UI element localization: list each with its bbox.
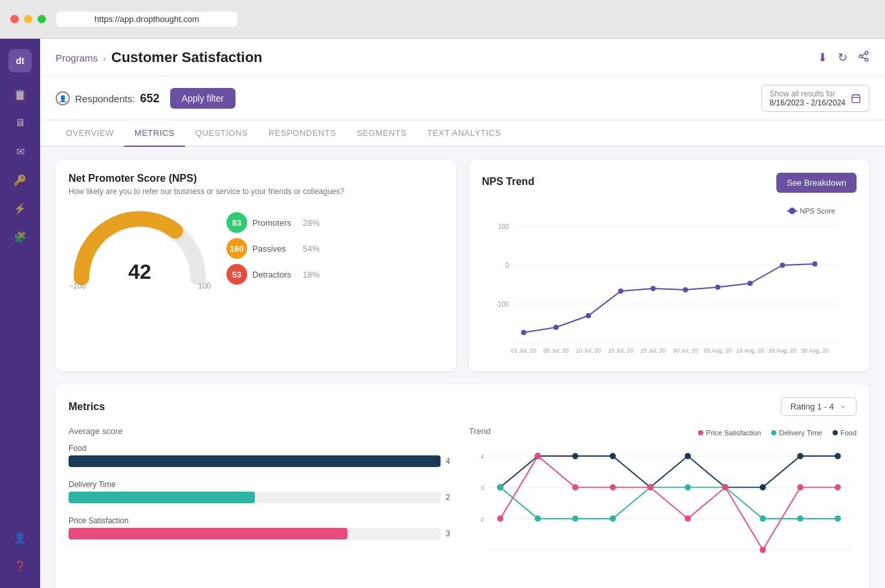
date-range: 8/16/2023 - 2/16/2024 xyxy=(770,98,846,107)
bar-item-price: Price Satisfaction 3 xyxy=(69,516,456,539)
download-button[interactable]: ⬇ xyxy=(818,50,827,65)
sidebar-icon-mail[interactable]: ✉ xyxy=(8,140,32,163)
gauge-max: 100 xyxy=(198,281,211,290)
svg-text:10 Jul, 20: 10 Jul, 20 xyxy=(576,347,601,354)
nps-card-title: Net Promoter Score (NPS) xyxy=(69,173,443,184)
svg-point-54 xyxy=(797,453,803,459)
legend-label-delivery: Delivery Time xyxy=(779,429,822,437)
url-bar[interactable]: https://app.dropthought.com xyxy=(56,12,237,27)
svg-point-67 xyxy=(534,453,541,459)
avg-score-label: Average score xyxy=(69,426,456,436)
svg-point-59 xyxy=(609,516,616,522)
passives-dot: 160 xyxy=(226,238,247,259)
legend-label-food: Food xyxy=(840,429,857,437)
bar-track-food xyxy=(69,455,441,467)
tab-questions[interactable]: QUESTIONS xyxy=(185,120,258,147)
detractors-pct: 18% xyxy=(303,270,320,279)
metrics-trend-chart: 4 3 2 xyxy=(469,441,857,583)
bar-track-price xyxy=(69,528,441,539)
sidebar-icon-monitor[interactable]: 🖥 xyxy=(8,111,32,135)
breadcrumb-programs[interactable]: Programs xyxy=(56,52,98,63)
svg-point-69 xyxy=(609,485,616,491)
detractors-label: Detractors xyxy=(252,270,298,279)
tab-metrics[interactable]: METRICS xyxy=(124,120,185,147)
bar-value-delivery: 2 xyxy=(446,493,456,502)
svg-point-20 xyxy=(651,286,656,291)
chrome-maximize[interactable] xyxy=(38,15,46,23)
bar-row-delivery: 2 xyxy=(69,492,456,503)
svg-text:15 Jul, 20: 15 Jul, 20 xyxy=(608,347,633,354)
apply-filter-button[interactable]: Apply filter xyxy=(170,88,235,109)
tab-respondents[interactable]: RESPONDENTS xyxy=(258,120,346,147)
date-filter[interactable]: Show all results for 8/16/2023 - 2/16/20… xyxy=(761,85,869,112)
promoters-dot: 83 xyxy=(226,212,247,233)
svg-point-2 xyxy=(865,58,868,61)
app-logo[interactable]: dt xyxy=(8,49,32,72)
svg-point-61 xyxy=(684,485,691,491)
passives-item: 160 Passives 54% xyxy=(226,238,320,259)
svg-text:0: 0 xyxy=(505,262,509,269)
metrics-card: Metrics Rating 1 - 4 Average score xyxy=(56,384,869,588)
passives-pct: 54% xyxy=(303,244,320,254)
svg-point-16 xyxy=(521,330,527,335)
svg-point-17 xyxy=(554,325,559,330)
share-button[interactable] xyxy=(858,50,869,65)
bar-fill-food xyxy=(69,455,441,467)
bar-label-food: Food xyxy=(69,444,456,453)
svg-point-22 xyxy=(716,285,721,290)
bar-fill-delivery xyxy=(69,492,255,503)
svg-text:NPS Score: NPS Score xyxy=(800,207,835,215)
bar-label-delivery: Delivery Time xyxy=(69,480,456,489)
svg-point-49 xyxy=(609,453,616,459)
svg-text:2: 2 xyxy=(481,516,484,523)
svg-text:100: 100 xyxy=(498,223,509,230)
sidebar-icon-profile[interactable]: 👤 xyxy=(8,526,32,549)
svg-point-71 xyxy=(684,516,691,522)
chrome-close[interactable] xyxy=(10,15,19,23)
sidebar-icon-bolt[interactable]: ⚡ xyxy=(8,197,32,220)
legend-delivery: Delivery Time xyxy=(771,429,822,437)
header-left: Programs › Customer Satisfaction xyxy=(56,49,263,66)
svg-point-63 xyxy=(759,516,766,522)
bar-item-delivery: Delivery Time 2 xyxy=(69,480,456,503)
promoters-label: Promoters xyxy=(252,218,298,228)
nps-trend-card: NPS Trend See Breakdown 100 0 -100 xyxy=(469,160,869,371)
tab-overview[interactable]: OVERVIEW xyxy=(56,120,124,147)
sidebar-icon-clipboard[interactable]: 📋 xyxy=(8,83,32,106)
refresh-button[interactable]: ↻ xyxy=(838,50,847,65)
page-header: Programs › Customer Satisfaction ⬇ ↻ xyxy=(40,39,885,77)
chrome-minimize[interactable] xyxy=(24,15,32,23)
sidebar-icon-key[interactable]: 🔑 xyxy=(8,168,32,191)
trend-section: Trend Price Satisfaction Delivery Time xyxy=(469,426,857,586)
svg-text:05 Jul, 20: 05 Jul, 20 xyxy=(543,347,569,354)
sidebar-icon-help[interactable]: ❓ xyxy=(8,554,32,578)
bar-track-delivery xyxy=(69,492,441,503)
sidebar-icon-puzzle[interactable]: 🧩 xyxy=(8,225,32,248)
svg-point-72 xyxy=(722,485,728,491)
legend-label-price: Price Satisfaction xyxy=(706,429,761,437)
respondents-label: Respondents: xyxy=(75,93,135,104)
nps-trend-chart: 100 0 -100 xyxy=(482,201,857,356)
svg-text:30 Jul, 20: 30 Jul, 20 xyxy=(673,347,698,354)
see-breakdown-button[interactable]: See Breakdown xyxy=(776,173,857,193)
tab-text-analytics[interactable]: TEXT ANALYTICS xyxy=(417,120,511,147)
tab-segments[interactable]: SEGMENTS xyxy=(346,120,417,147)
svg-point-68 xyxy=(572,485,578,491)
main-content-area: Net Promoter Score (NPS) How likely are … xyxy=(40,147,885,588)
nps-trend-header: NPS Trend See Breakdown xyxy=(482,173,857,193)
svg-rect-5 xyxy=(852,95,860,103)
rating-dropdown[interactable]: Rating 1 - 4 xyxy=(781,397,857,416)
window-chrome: https://app.dropthought.com xyxy=(0,0,885,39)
detractors-item: 53 Detractors 18% xyxy=(226,264,320,285)
svg-line-4 xyxy=(862,53,865,55)
svg-point-21 xyxy=(683,287,688,292)
nps-trend-title: NPS Trend xyxy=(482,176,534,188)
svg-point-24 xyxy=(780,263,785,268)
trend-label: Trend xyxy=(469,426,490,436)
svg-point-1 xyxy=(859,54,862,58)
header-icons: ⬇ ↻ xyxy=(818,50,869,65)
main-content: Programs › Customer Satisfaction ⬇ ↻ 👤 xyxy=(40,39,885,588)
chevron-down-icon xyxy=(839,403,847,411)
legend-dot-delivery xyxy=(771,430,776,435)
svg-text:15 Aug, 20: 15 Aug, 20 xyxy=(736,347,764,354)
